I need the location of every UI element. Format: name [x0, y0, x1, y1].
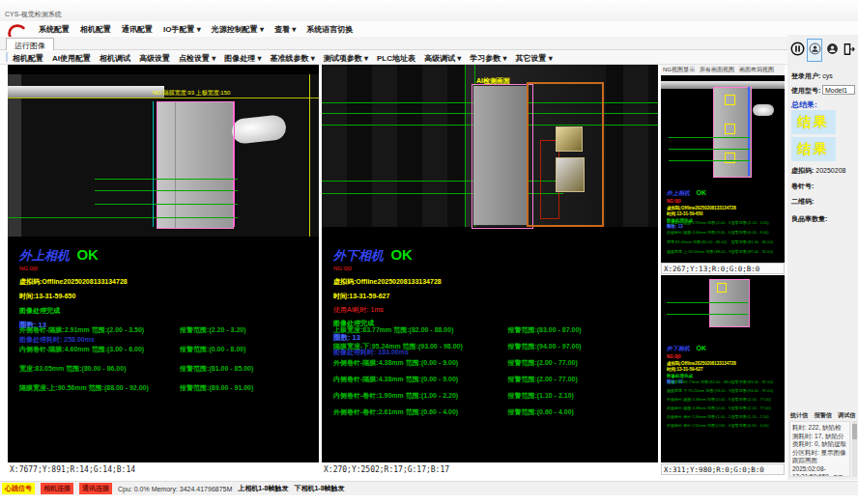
measure-row: 隔膜宽度-上:90.56mm 范围:(88.00 - 92.00) 报警范围:(…	[19, 383, 311, 403]
measure-alarm-range: 报警范围:(0.00 - 8.00)	[731, 230, 782, 239]
roller	[753, 104, 774, 116]
measure-value: 内侧卷针-隔膜:4.60mm 范围:(3.00 - 6.00)	[667, 230, 731, 239]
tool-ai-usage-config[interactable]: AI使用配置	[52, 53, 91, 64]
measurement-list: 上极宽度:83.77mm 范围:(82.00 - 88.00)报警范围:(83.…	[667, 379, 782, 432]
measure-value: 内侧卷针-卷针:1.90mm 范围:(1.00 - 2.20)	[333, 391, 507, 407]
measurement-list: 外侧卷针-隔膜:2.91mm 范围:(2.00 - 3.50) 报警范围:(2.…	[19, 325, 311, 403]
tool-image-processing[interactable]: 图像处理 ▾	[224, 53, 261, 64]
cell-region	[157, 101, 234, 229]
tool-camera-debug[interactable]: 相机调试	[100, 53, 130, 64]
menu-io-config[interactable]: IO手配置 ▾	[163, 24, 201, 35]
menu-camera-config[interactable]: 相机配置	[80, 24, 111, 35]
camera-title: 外下相机	[667, 346, 690, 351]
model-input[interactable]: Model1	[822, 85, 855, 95]
measure-alarm-range: 报警范围:(83.00 - 87.00)	[731, 379, 782, 388]
logout-button[interactable]	[842, 39, 857, 62]
bright-band	[8, 86, 164, 98]
time-line: 时间:13-31-59-627	[333, 292, 648, 301]
measure-alarm-range: 报警范围:(89.00 - 91.00)	[180, 383, 311, 403]
pause-icon	[790, 42, 805, 59]
measure-value: 外侧卷针-隔膜:2.91mm 范围:(2.00 - 3.50)	[667, 220, 731, 230]
login-user-value: cys	[822, 72, 833, 79]
camera-title: 外上相机	[667, 190, 690, 196]
measure-value: 隔膜宽度-上:90.56mm 范围:(88.00 - 92.00)	[19, 383, 180, 403]
tab-contact	[556, 157, 585, 192]
menu-system-config[interactable]: 系统配置	[39, 24, 70, 35]
measure-alarm-range: 报警范围:(2.00 - 77.00)	[731, 397, 782, 406]
measure-row: 隔膜宽度-下:95.24mm 范围:(93.00 - 98.00) 报警范围:(…	[333, 342, 650, 358]
control-buttons	[789, 39, 857, 62]
overlay-line	[8, 217, 238, 218]
mini-view-upper[interactable]: 外上相机 OK NG:0|0 虚拟码:Offline20250208133134…	[661, 75, 785, 263]
camera-view-lower[interactable]: AI检测画面 外下相机 OK NG:0|0 虚拟码:Offline2025020…	[322, 65, 658, 462]
roi-box-yellow	[725, 153, 735, 163]
tool-advanced-settings[interactable]: 高级设置	[139, 53, 170, 64]
operator-button[interactable]	[824, 39, 840, 62]
upper-camera-trigger-status: 上相机1-8帧触发	[238, 484, 288, 493]
image-annotation: NG:隔膜宽度:93 上极宽度:150	[153, 89, 230, 98]
tool-test-params[interactable]: 测试项参数 ▾	[324, 53, 368, 64]
measure-alarm-range: 报警范围:(89.00 - 91.00)	[731, 249, 782, 259]
camera-view-upper[interactable]: NG:隔膜宽度:93 上极宽度:150 外上相机 OK NG:0|0 虚拟码:O…	[8, 65, 319, 462]
roi-box-pink	[472, 84, 533, 229]
overlay-line	[669, 137, 750, 138]
overlay-line	[667, 302, 748, 303]
result-badge-upper: 结果	[791, 110, 836, 134]
tab-layout-view[interactable]: 画面布局视图	[739, 66, 774, 74]
login-user-label: 登录用户:	[791, 72, 820, 79]
menu-light-config[interactable]: 光源控制配置 ▾	[212, 24, 264, 35]
menu-language-switch[interactable]: 系统语言切换	[306, 24, 353, 35]
measure-value: 内侧卷针-隔膜:4.38mm 范围:(0.00 - 9.00)	[333, 375, 507, 391]
tool-spot-check[interactable]: 点检设置 ▾	[179, 53, 215, 64]
pixel-readout-upper: X:7677;Y:891;R:14;G:14;B:14	[10, 465, 135, 477]
overlay-line	[95, 179, 238, 180]
camera-image-upper[interactable]: NG:隔膜宽度:93 上极宽度:150	[8, 74, 319, 237]
menu-view[interactable]: 查看 ▾	[274, 24, 296, 35]
measure-row: 外侧卷针-隔膜:2.91mm 范围:(2.00 - 3.50) 报警范围:(2.…	[19, 325, 311, 345]
measure-alarm-range: 报警范围:(81.00 - 85.00)	[180, 364, 311, 383]
measure-value: 上极宽度:83.77mm 范围:(82.00 - 88.00)	[333, 325, 507, 342]
user-switch-button[interactable]	[807, 39, 822, 62]
tool-learning-params[interactable]: 学习参数 ▾	[470, 53, 506, 64]
menu-comm-config[interactable]: 通讯配置	[122, 24, 153, 35]
tab-ng-view[interactable]: NG视图显示	[663, 66, 695, 74]
virtual-code-value: 20250208	[815, 167, 845, 174]
tab-all-views[interactable]: 所有画面视图	[700, 66, 734, 74]
measure-alarm-range: 报警范围:(83.00 - 87.00)	[507, 325, 650, 342]
toolbar-grip	[6, 52, 8, 62]
overlay-line	[234, 101, 235, 227]
roi-box-yellow	[725, 124, 735, 134]
overlay-line	[669, 149, 750, 150]
tool-baseline-params[interactable]: 基准线参数 ▾	[271, 53, 315, 64]
measure-value: 外侧卷针-卷针:2.61mm 范围:(0.60 - 4.00)	[667, 423, 731, 432]
tool-advanced-debug[interactable]: 高级调试 ▾	[424, 53, 461, 64]
tool-plc-address[interactable]: PLC地址表	[377, 53, 415, 64]
log-scrollbar-thumb[interactable]	[852, 424, 857, 439]
ng-count: NG:0|0	[19, 265, 309, 272]
mini-image-lower	[661, 275, 785, 331]
log-scrollbar[interactable]	[852, 421, 857, 477]
measure-row: 外侧卷针-卷针:2.61mm 范围:(0.60 - 4.00) 报警范围:(0.…	[333, 407, 650, 424]
measure-value: 隔膜宽度-下:95.24mm 范围:(93.00 - 98.00)	[667, 388, 731, 397]
measure-value: 隔膜宽度-下:95.24mm 范围:(93.00 - 98.00)	[333, 342, 507, 358]
camera-image-lower[interactable]: AI检测画面	[322, 65, 658, 227]
tool-camera-config[interactable]: 相机配置	[13, 53, 43, 64]
title-bar: CYS-视觉检测系统	[0, 0, 858, 21]
mini-view-lower[interactable]: 外下相机 OK NG:0|0 虚拟码:Offline20250208133134…	[661, 275, 785, 462]
cpu-memory-readout: Cpu: 0.0% Memory: 3424.41796875M	[118, 486, 232, 492]
roller	[231, 114, 287, 145]
tool-other-settings[interactable]: 其它设置 ▾	[516, 53, 553, 64]
operator-icon	[826, 42, 839, 58]
overlay-line	[309, 74, 310, 237]
user-icon	[809, 42, 821, 58]
process-done-line: 图像处理完成	[19, 306, 309, 316]
pause-button[interactable]	[789, 39, 805, 62]
app-window: CYS-视觉检测系统 系统配置 相机配置 通讯配置 IO手配置 ▾ 光源控制配置…	[0, 0, 858, 504]
measure-alarm-range: 报警范围:(94.00 - 97.00)	[731, 388, 782, 397]
window-title: CYS-视觉检测系统	[5, 10, 62, 19]
overlay-line	[748, 87, 750, 176]
pixel-readout-mini-lower: X:311;Y:980;R:0;G:0;B:0	[661, 463, 785, 475]
pixel-readout-mini-upper: X:267;Y:13;R:0;G:0;B:0	[661, 263, 785, 274]
overlay-line	[95, 204, 238, 205]
overlay-line	[8, 98, 319, 98]
